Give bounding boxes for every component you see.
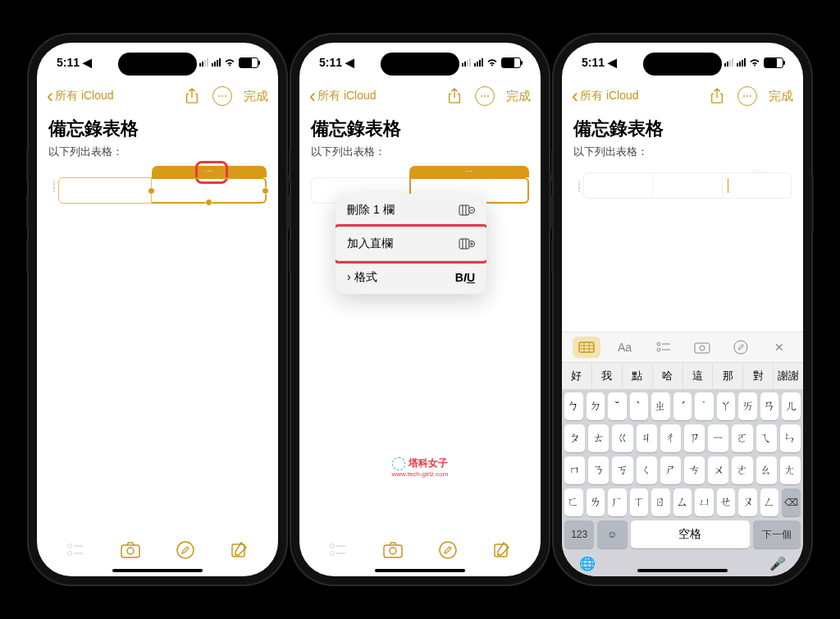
zhuyin-key[interactable]: ˙ — [695, 392, 714, 420]
emoji-key[interactable]: ☺ — [597, 520, 627, 548]
suggestion[interactable]: 好 — [562, 363, 592, 389]
zhuyin-key[interactable]: ˇ — [608, 392, 627, 420]
column-handle[interactable]: ⋯ — [152, 166, 267, 177]
resize-handle-icon[interactable] — [262, 187, 269, 195]
compose-icon[interactable] — [493, 541, 511, 559]
zhuyin-key[interactable]: ㄜ — [732, 456, 752, 484]
share-icon[interactable] — [708, 87, 726, 105]
suggestion[interactable]: 哈 — [653, 363, 683, 389]
note-content[interactable]: 備忘錄表格 以下列出表格： ⋯ 刪除 1 欄 — [299, 110, 541, 530]
suggestion[interactable]: 這 — [683, 363, 714, 389]
checklist-icon[interactable] — [329, 543, 347, 557]
markup-format-icon[interactable] — [727, 337, 755, 358]
zhuyin-key[interactable]: ㄐ — [637, 424, 657, 452]
zhuyin-key[interactable]: ㄨ — [708, 456, 728, 484]
camera-format-icon[interactable] — [688, 337, 716, 358]
done-button[interactable]: 完成 — [769, 89, 793, 104]
zhuyin-key[interactable]: ㄠ — [756, 456, 777, 484]
more-icon[interactable]: ⋯ — [737, 86, 757, 106]
zhuyin-key[interactable]: ㄉ — [587, 392, 605, 420]
mic-key[interactable]: 🎤 — [769, 556, 786, 571]
share-icon[interactable] — [183, 87, 201, 105]
home-indicator[interactable] — [375, 569, 465, 572]
checklist-icon[interactable] — [66, 543, 84, 557]
checklist-format-icon[interactable] — [650, 337, 678, 358]
zhuyin-key[interactable]: ㄔ — [660, 424, 681, 452]
next-key[interactable]: 下一個 — [753, 520, 801, 548]
zhuyin-key[interactable]: ㄟ — [756, 424, 777, 452]
zhuyin-key[interactable]: ㄡ — [738, 488, 757, 516]
close-format-icon[interactable]: ✕ — [765, 337, 793, 358]
zhuyin-key[interactable]: ㄩ — [695, 488, 714, 516]
zhuyin-key[interactable]: ㄍ — [612, 424, 632, 452]
zhuyin-key[interactable]: ㄖ — [651, 488, 670, 516]
numeric-key[interactable]: 123 — [564, 520, 594, 548]
resize-handle-icon[interactable] — [148, 187, 155, 195]
menu-add-column[interactable]: 加入直欄 — [336, 227, 486, 261]
note-content[interactable]: 備忘錄表格 以下列出表格： ⋮⋮ ⋯ — [562, 110, 803, 284]
camera-icon[interactable] — [121, 542, 140, 558]
row-handle-icon[interactable]: ⋮⋮ — [573, 182, 580, 187]
note-content[interactable]: 備忘錄表格 以下列出表格： ⋮⋮ ⋯ — [37, 110, 278, 530]
table-cell[interactable] — [58, 177, 152, 204]
zhuyin-key[interactable]: ㄢ — [760, 392, 779, 420]
zhuyin-key[interactable]: ㄓ — [651, 392, 670, 420]
table-cell-selected[interactable] — [152, 177, 267, 204]
back-button[interactable]: 所有 iCloud — [47, 89, 114, 103]
zhuyin-key[interactable]: ㄅ — [564, 392, 583, 420]
globe-key[interactable]: 🌐 — [579, 556, 596, 571]
zhuyin-key[interactable]: ㄣ — [780, 424, 801, 452]
table-format-icon[interactable] — [573, 337, 600, 358]
zhuyin-key[interactable]: ㄚ — [717, 392, 736, 420]
back-button[interactable]: 所有 iCloud — [572, 89, 639, 103]
suggestion[interactable]: 點 — [623, 363, 653, 389]
zhuyin-key[interactable]: ㄋ — [588, 456, 609, 484]
zhuyin-key[interactable]: ˋ — [630, 392, 649, 420]
zhuyin-key[interactable]: ㄒ — [630, 488, 649, 516]
more-icon[interactable]: ⋯ — [212, 86, 232, 106]
backspace-key[interactable]: ⌫ — [782, 488, 801, 516]
home-indicator[interactable] — [112, 569, 203, 572]
column-handle[interactable]: ⋯ — [409, 166, 529, 177]
text-format-button[interactable]: Aa — [611, 337, 639, 358]
suggestion[interactable]: 對 — [743, 363, 774, 389]
space-key[interactable]: 空格 — [631, 520, 750, 548]
suggestion[interactable]: 那 — [713, 363, 743, 389]
zhuyin-key[interactable]: ㄛ — [732, 424, 752, 452]
zhuyin-key[interactable]: ㄞ — [738, 392, 757, 420]
back-button[interactable]: 所有 iCloud — [309, 89, 377, 103]
row-handle-icon[interactable]: ⋮⋮ — [48, 182, 55, 187]
zhuyin-key[interactable]: ㄙ — [673, 488, 692, 516]
suggestion[interactable]: 謝謝 — [774, 363, 803, 389]
share-icon[interactable] — [445, 87, 463, 105]
zhuyin-key[interactable]: ㄇ — [564, 456, 585, 484]
zhuyin-key[interactable]: ㄗ — [684, 424, 705, 452]
zhuyin-key[interactable]: ㄊ — [588, 424, 609, 452]
zhuyin-key[interactable]: ㄧ — [708, 424, 728, 452]
column-handle-collapsed[interactable]: ⋯ — [722, 166, 792, 172]
home-indicator[interactable] — [637, 569, 728, 572]
zhuyin-key[interactable]: ㄝ — [717, 488, 736, 516]
menu-format[interactable]: › 格式 BIU — [336, 261, 486, 294]
menu-delete-column[interactable]: 刪除 1 欄 — [336, 194, 486, 227]
markup-icon[interactable] — [439, 541, 457, 559]
zhuyin-key[interactable]: ㄑ — [637, 456, 657, 484]
zhuyin-key[interactable]: ㄥ — [760, 488, 779, 516]
zhuyin-key[interactable]: ˊ — [673, 392, 692, 420]
zhuyin-key[interactable]: ㄕ — [660, 456, 681, 484]
suggestion[interactable]: 我 — [592, 363, 623, 389]
zhuyin-key[interactable]: ㄤ — [780, 456, 801, 484]
note-table[interactable]: ⋯ — [58, 166, 267, 204]
more-icon[interactable]: ⋯ — [475, 86, 495, 106]
zhuyin-key[interactable]: ㄏ — [608, 488, 627, 516]
done-button[interactable]: 完成 — [506, 89, 531, 104]
zhuyin-key[interactable]: ㄘ — [684, 456, 705, 484]
resize-handle-icon[interactable] — [205, 199, 212, 206]
compose-icon[interactable] — [231, 541, 249, 559]
markup-icon[interactable] — [176, 541, 194, 559]
zhuyin-key[interactable]: ㄦ — [782, 392, 801, 420]
table-cell-active[interactable] — [723, 172, 792, 199]
table-cell[interactable] — [653, 172, 722, 199]
zhuyin-key[interactable]: ㄎ — [612, 456, 632, 484]
zhuyin-key[interactable]: ㄈ — [564, 488, 583, 516]
